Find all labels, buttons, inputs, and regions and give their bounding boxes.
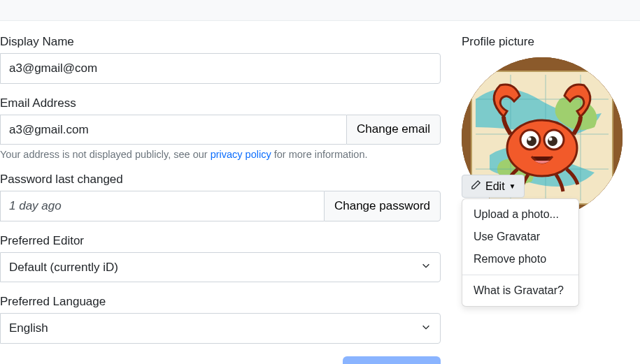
privacy-policy-link[interactable]: privacy policy: [211, 149, 271, 160]
menu-remove-photo[interactable]: Remove photo: [462, 248, 578, 270]
edit-button-label: Edit: [485, 180, 505, 193]
email-hint: Your address is not displayed publicly, …: [0, 149, 441, 160]
email-input[interactable]: [0, 115, 346, 145]
change-password-button[interactable]: Change password: [324, 191, 441, 221]
email-hint-prefix: Your address is not displayed publicly, …: [0, 149, 211, 160]
preferred-language-label: Preferred Language: [0, 295, 441, 309]
caret-down-icon: ▼: [509, 182, 516, 190]
menu-upload-photo[interactable]: Upload a photo...: [462, 203, 578, 226]
svg-point-12: [527, 136, 536, 146]
edit-avatar-button[interactable]: Edit ▼: [462, 175, 525, 198]
change-email-button[interactable]: Change email: [346, 115, 441, 145]
password-group: Password last changed 1 day ago Change p…: [0, 173, 441, 221]
email-hint-suffix: for more information.: [271, 149, 368, 160]
menu-divider: [462, 275, 578, 275]
svg-point-15: [549, 138, 553, 141]
password-label: Password last changed: [0, 173, 441, 187]
display-name-input[interactable]: [0, 53, 441, 84]
email-group: Email Address Change email Your address …: [0, 96, 441, 161]
preferred-language-group: Preferred Language English: [0, 295, 441, 344]
preferred-editor-select[interactable]: Default (currently iD): [0, 252, 441, 283]
settings-form: Display Name Email Address Change email …: [0, 35, 441, 364]
preferred-editor-label: Preferred Editor: [0, 234, 441, 248]
email-label: Email Address: [0, 96, 441, 110]
display-name-label: Display Name: [0, 35, 441, 49]
avatar-edit-menu: Upload a photo... Use Gravatar Remove ph…: [462, 198, 579, 307]
svg-point-9: [507, 120, 577, 176]
menu-use-gravatar[interactable]: Use Gravatar: [462, 226, 578, 248]
menu-what-is-gravatar[interactable]: What is Gravatar?: [462, 279, 578, 302]
top-bar: [0, 0, 640, 21]
pencil-icon: [471, 180, 481, 193]
profile-picture-section: Profile picture: [462, 35, 640, 364]
svg-point-14: [528, 138, 532, 141]
profile-picture-title: Profile picture: [462, 35, 640, 49]
preferred-editor-group: Preferred Editor Default (currently iD): [0, 234, 441, 283]
display-name-group: Display Name: [0, 35, 441, 84]
submit-button[interactable]: [343, 356, 441, 365]
svg-point-13: [548, 136, 557, 146]
password-changed-value: 1 day ago: [0, 191, 324, 221]
preferred-language-select[interactable]: English: [0, 313, 441, 344]
